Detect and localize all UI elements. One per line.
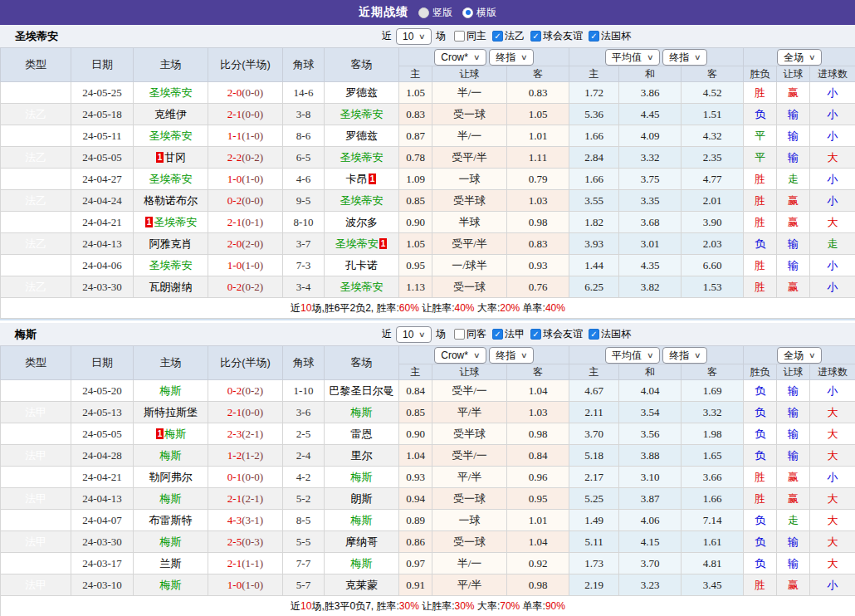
odds-handicap-cell: 半球 [432,212,507,233]
league-cell: 法乙 [1,276,71,298]
chevron-down-icon: ∨ [647,349,654,362]
team-name: 罗德兹 [345,130,378,142]
final-odds-select[interactable]: 终指∨ [489,49,534,66]
fullmatch-select[interactable]: 全场∨ [777,49,822,66]
checkbox-icon[interactable] [454,31,465,42]
away-team-cell: 卡昂1 [325,169,399,190]
result-handicap-cell: 赢 [777,212,810,233]
bookmaker-select[interactable]: Crow*∨ [434,347,486,364]
section-header: 圣埃蒂安 近 10 ∨ 场 同主✓法乙✓球会友谊✓法国杯 [0,25,855,47]
home-team-cell: 斯特拉斯堡 [134,402,208,423]
score-cell: 0-2(0-2) [208,276,283,298]
odds-home-cell: 1.05 [399,233,432,255]
result-handicap-cell: 输 [777,255,810,276]
filter-checkbox[interactable]: ✓法国杯 [589,327,631,341]
radio-label: 横版 [476,6,496,20]
subcol-odds-away: 客 [507,66,569,82]
checkbox-icon[interactable] [454,329,465,340]
odds-away-cell: 0.83 [507,82,569,104]
subcol-odds-away: 客 [507,364,569,380]
score-cell: 1-0(1-0) [208,574,283,596]
corner-cell: 1-10 [283,380,325,402]
radio-icon[interactable] [418,7,429,18]
match-count-select[interactable]: 10 ∨ [396,326,432,343]
filter-checkbox[interactable]: ✓法乙 [492,29,525,43]
unit-label: 场 [436,327,446,341]
checkbox-icon[interactable]: ✓ [530,31,541,42]
score-cell: 2-1(1-1) [208,553,283,574]
odds-home-cell: 0.84 [399,380,432,402]
bookmaker-select[interactable]: Crow*∨ [434,49,486,66]
odds-home-cell: 0.93 [399,467,432,488]
match-row: 法甲24-03-17兰斯2-1(1-1)7-7梅斯0.97半/一0.921.73… [1,553,855,574]
home-team-cell: 瓦朗谢纳 [134,276,208,298]
team-name: 圣埃蒂安 [149,130,193,142]
date-cell: 24-04-13 [71,233,134,255]
avg-draw-cell: 3.56 [619,423,682,445]
final-odds-select[interactable]: 终指∨ [662,347,707,364]
chevron-down-icon: ∨ [418,328,426,341]
away-team-cell: 梅斯 [325,402,399,423]
subcol-goals-result: 进球数 [810,66,855,82]
corner-cell: 14-6 [283,82,325,104]
date-cell: 24-03-17 [71,553,134,574]
filter-checkbox[interactable]: 同主 [454,29,486,43]
odds-away-cell: 0.76 [507,276,569,298]
average-select[interactable]: 平均值∨ [605,49,660,66]
avg-home-cell: 5.18 [569,445,619,467]
layout-radio-horizontal[interactable]: 横版 [462,6,496,20]
result-goals-cell: 小 [810,380,855,402]
date-cell: 24-04-21 [71,467,134,488]
filter-checkbox[interactable]: 同客 [454,327,486,341]
result-outcome-cell: 胜 [744,82,777,104]
checkbox-label: 法国杯 [601,29,631,43]
away-team-cell: 圣埃蒂安1 [325,233,399,255]
subcol-avg-home: 主 [569,364,619,380]
result-goals-cell: 大 [810,423,855,445]
match-row: 法乙24-04-211圣埃蒂安2-1(0-1)8-10波尔多0.90半球0.98… [1,212,855,233]
filter-checkbox[interactable]: ✓法甲 [492,327,525,341]
radio-icon[interactable] [462,7,473,18]
league-cell: 法乙 [1,255,71,276]
score-cell: 2-1(0-1) [208,212,283,233]
filter-checkbox[interactable]: ✓球会友谊 [530,327,583,341]
match-count-select[interactable]: 10 ∨ [396,28,432,45]
checkbox-label: 法乙 [505,29,525,43]
odds-home-cell: 0.95 [399,255,432,276]
odds-handicap-cell: 半/一 [432,553,507,574]
team-name: 里尔 [351,449,373,462]
team-name: 梅斯 [160,579,182,591]
checkbox-icon[interactable]: ✓ [589,31,599,42]
fullmatch-select[interactable]: 全场∨ [777,347,822,364]
league-cell: 法甲 [1,553,71,574]
away-team-cell: 圣埃蒂安 [325,190,399,212]
odds-home-cell: 0.90 [399,212,432,233]
odds-home-cell: 0.91 [399,574,432,596]
filter-checkbox[interactable]: ✓法国杯 [589,29,631,43]
final-odds-select[interactable]: 终指∨ [489,347,534,364]
subcol-outcome: 胜负 [744,66,777,82]
checkbox-label: 法国杯 [601,327,631,341]
checkbox-icon[interactable]: ✓ [589,329,599,340]
result-outcome-cell: 负 [744,510,777,531]
col-header-score: 比分(半场) [208,346,283,380]
match-row: 法甲24-04-28梅斯1-2(1-2)2-4里尔1.04受半/一0.845.1… [1,445,855,467]
corner-cell: 2-4 [283,445,325,467]
team-name: 阿雅克肖 [149,237,193,250]
odds-away-cell: 0.98 [507,423,569,445]
result-handicap-cell: 走 [777,510,810,531]
odds-home-cell: 0.87 [399,125,432,147]
result-goals-cell: 大 [810,445,855,467]
odds-handicap-cell: 一球 [432,169,507,190]
final-odds-select[interactable]: 终指∨ [662,49,707,66]
average-select[interactable]: 平均值∨ [605,347,660,364]
checkbox-icon[interactable]: ✓ [530,329,541,340]
avg-away-cell: 6.60 [682,255,744,276]
league-cell: 法甲 [1,488,71,510]
odds-handicap-cell: 受半/一 [432,445,507,467]
checkbox-icon[interactable]: ✓ [492,31,503,42]
filter-checkbox[interactable]: ✓球会友谊 [530,29,583,43]
result-goals-cell: 大 [810,510,855,531]
checkbox-icon[interactable]: ✓ [492,329,503,340]
layout-radio-vertical[interactable]: 竖版 [418,6,452,20]
